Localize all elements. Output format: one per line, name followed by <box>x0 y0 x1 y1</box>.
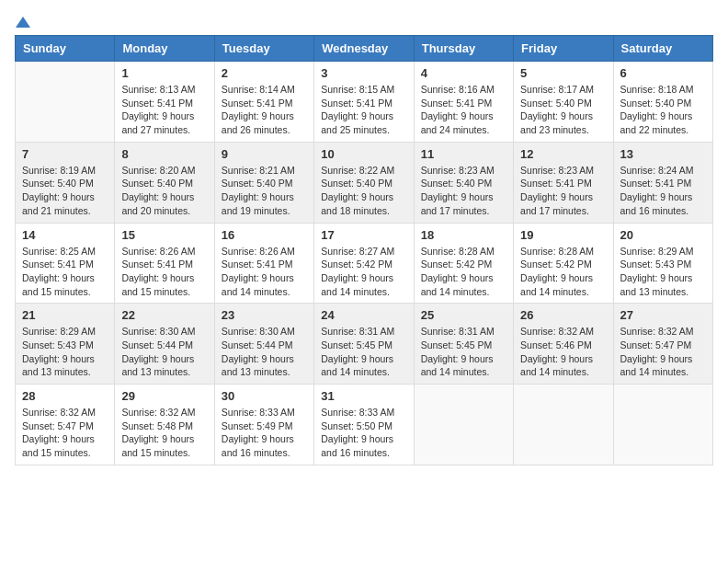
day-info: Sunrise: 8:33 AM Sunset: 5:50 PM Dayligh… <box>321 406 406 460</box>
day-number: 20 <box>620 228 706 242</box>
calendar-day-cell: 25Sunrise: 8:31 AM Sunset: 5:45 PM Dayli… <box>414 304 513 385</box>
day-number: 4 <box>421 66 506 80</box>
day-info: Sunrise: 8:15 AM Sunset: 5:41 PM Dayligh… <box>321 83 406 137</box>
svg-marker-0 <box>16 17 30 28</box>
calendar-day-cell: 31Sunrise: 8:33 AM Sunset: 5:50 PM Dayli… <box>314 385 414 465</box>
day-info: Sunrise: 8:16 AM Sunset: 5:41 PM Dayligh… <box>421 83 506 137</box>
day-info: Sunrise: 8:32 AM Sunset: 5:48 PM Dayligh… <box>121 406 207 460</box>
calendar-week-row: 28Sunrise: 8:32 AM Sunset: 5:47 PM Dayli… <box>16 385 713 465</box>
calendar-day-cell: 30Sunrise: 8:33 AM Sunset: 5:49 PM Dayli… <box>214 385 313 465</box>
calendar-day-cell: 10Sunrise: 8:22 AM Sunset: 5:40 PM Dayli… <box>314 142 414 223</box>
weekday-header-saturday: Saturday <box>613 36 712 62</box>
calendar-day-cell: 8Sunrise: 8:20 AM Sunset: 5:40 PM Daylig… <box>115 142 214 223</box>
weekday-header-tuesday: Tuesday <box>214 36 313 62</box>
weekday-header-friday: Friday <box>514 36 613 62</box>
day-number: 18 <box>421 228 506 242</box>
day-info: Sunrise: 8:29 AM Sunset: 5:43 PM Dayligh… <box>620 245 706 299</box>
weekday-header-wednesday: Wednesday <box>314 36 414 62</box>
day-info: Sunrise: 8:26 AM Sunset: 5:41 PM Dayligh… <box>121 245 207 299</box>
day-number: 11 <box>421 147 506 161</box>
day-number: 5 <box>520 66 606 80</box>
day-info: Sunrise: 8:28 AM Sunset: 5:42 PM Dayligh… <box>421 245 506 299</box>
day-number: 10 <box>321 147 406 161</box>
day-info: Sunrise: 8:33 AM Sunset: 5:49 PM Dayligh… <box>222 406 307 460</box>
logo <box>15 15 30 26</box>
day-info: Sunrise: 8:30 AM Sunset: 5:44 PM Dayligh… <box>222 325 307 379</box>
day-info: Sunrise: 8:28 AM Sunset: 5:42 PM Dayligh… <box>520 245 606 299</box>
calendar-day-cell: 28Sunrise: 8:32 AM Sunset: 5:47 PM Dayli… <box>16 385 115 465</box>
calendar-day-cell: 24Sunrise: 8:31 AM Sunset: 5:45 PM Dayli… <box>314 304 414 385</box>
day-number: 31 <box>321 389 406 403</box>
calendar-day-cell: 2Sunrise: 8:14 AM Sunset: 5:41 PM Daylig… <box>214 62 313 143</box>
day-info: Sunrise: 8:24 AM Sunset: 5:41 PM Dayligh… <box>620 164 706 218</box>
day-info: Sunrise: 8:32 AM Sunset: 5:46 PM Dayligh… <box>520 325 606 379</box>
calendar-day-cell: 16Sunrise: 8:26 AM Sunset: 5:41 PM Dayli… <box>214 223 313 304</box>
day-info: Sunrise: 8:27 AM Sunset: 5:42 PM Dayligh… <box>321 245 406 299</box>
day-info: Sunrise: 8:13 AM Sunset: 5:41 PM Dayligh… <box>121 83 207 137</box>
calendar-day-cell: 13Sunrise: 8:24 AM Sunset: 5:41 PM Dayli… <box>613 142 712 223</box>
day-info: Sunrise: 8:21 AM Sunset: 5:40 PM Dayligh… <box>222 164 307 218</box>
day-number: 2 <box>222 66 307 80</box>
calendar-day-cell: 26Sunrise: 8:32 AM Sunset: 5:46 PM Dayli… <box>514 304 613 385</box>
day-info: Sunrise: 8:32 AM Sunset: 5:47 PM Dayligh… <box>620 325 706 379</box>
calendar-day-cell: 12Sunrise: 8:23 AM Sunset: 5:41 PM Dayli… <box>514 142 613 223</box>
logo-bird-icon <box>16 15 30 29</box>
day-info: Sunrise: 8:31 AM Sunset: 5:45 PM Dayligh… <box>321 325 406 379</box>
day-number: 30 <box>222 389 307 403</box>
day-info: Sunrise: 8:29 AM Sunset: 5:43 PM Dayligh… <box>22 325 108 379</box>
calendar-day-cell: 6Sunrise: 8:18 AM Sunset: 5:40 PM Daylig… <box>613 62 712 143</box>
calendar-day-cell: 15Sunrise: 8:26 AM Sunset: 5:41 PM Dayli… <box>115 223 214 304</box>
day-info: Sunrise: 8:20 AM Sunset: 5:40 PM Dayligh… <box>121 164 207 218</box>
weekday-header-monday: Monday <box>115 36 214 62</box>
day-number: 22 <box>121 308 207 322</box>
calendar-table: SundayMondayTuesdayWednesdayThursdayFrid… <box>15 35 713 465</box>
calendar-day-cell: 7Sunrise: 8:19 AM Sunset: 5:40 PM Daylig… <box>16 142 115 223</box>
day-number: 28 <box>22 389 108 403</box>
day-number: 16 <box>222 228 307 242</box>
calendar-day-cell: 3Sunrise: 8:15 AM Sunset: 5:41 PM Daylig… <box>314 62 414 143</box>
day-info: Sunrise: 8:31 AM Sunset: 5:45 PM Dayligh… <box>421 325 506 379</box>
day-number: 26 <box>520 308 606 322</box>
calendar-day-cell <box>514 385 613 465</box>
day-info: Sunrise: 8:23 AM Sunset: 5:41 PM Dayligh… <box>520 164 606 218</box>
day-number: 29 <box>121 389 207 403</box>
day-number: 7 <box>22 147 108 161</box>
calendar-day-cell: 22Sunrise: 8:30 AM Sunset: 5:44 PM Dayli… <box>115 304 214 385</box>
calendar-week-row: 1Sunrise: 8:13 AM Sunset: 5:41 PM Daylig… <box>16 62 713 143</box>
day-number: 27 <box>620 308 706 322</box>
day-number: 24 <box>321 308 406 322</box>
day-number: 14 <box>22 228 108 242</box>
day-number: 23 <box>222 308 307 322</box>
day-number: 17 <box>321 228 406 242</box>
day-info: Sunrise: 8:26 AM Sunset: 5:41 PM Dayligh… <box>222 245 307 299</box>
calendar-day-cell: 4Sunrise: 8:16 AM Sunset: 5:41 PM Daylig… <box>414 62 513 143</box>
day-number: 6 <box>620 66 706 80</box>
day-info: Sunrise: 8:18 AM Sunset: 5:40 PM Dayligh… <box>620 83 706 137</box>
calendar-week-row: 21Sunrise: 8:29 AM Sunset: 5:43 PM Dayli… <box>16 304 713 385</box>
calendar-day-cell: 20Sunrise: 8:29 AM Sunset: 5:43 PM Dayli… <box>613 223 712 304</box>
day-number: 19 <box>520 228 606 242</box>
day-number: 8 <box>121 147 207 161</box>
calendar-day-cell: 27Sunrise: 8:32 AM Sunset: 5:47 PM Dayli… <box>613 304 712 385</box>
calendar-day-cell: 18Sunrise: 8:28 AM Sunset: 5:42 PM Dayli… <box>414 223 513 304</box>
day-number: 13 <box>620 147 706 161</box>
day-number: 25 <box>421 308 506 322</box>
day-number: 9 <box>222 147 307 161</box>
day-number: 12 <box>520 147 606 161</box>
calendar-day-cell <box>414 385 513 465</box>
day-info: Sunrise: 8:30 AM Sunset: 5:44 PM Dayligh… <box>121 325 207 379</box>
day-info: Sunrise: 8:22 AM Sunset: 5:40 PM Dayligh… <box>321 164 406 218</box>
calendar-day-cell: 1Sunrise: 8:13 AM Sunset: 5:41 PM Daylig… <box>115 62 214 143</box>
calendar-day-cell: 29Sunrise: 8:32 AM Sunset: 5:48 PM Dayli… <box>115 385 214 465</box>
day-info: Sunrise: 8:32 AM Sunset: 5:47 PM Dayligh… <box>22 406 108 460</box>
calendar-header-row: SundayMondayTuesdayWednesdayThursdayFrid… <box>16 36 713 62</box>
page-header <box>15 15 713 26</box>
day-info: Sunrise: 8:14 AM Sunset: 5:41 PM Dayligh… <box>222 83 307 137</box>
calendar-day-cell: 17Sunrise: 8:27 AM Sunset: 5:42 PM Dayli… <box>314 223 414 304</box>
calendar-day-cell: 14Sunrise: 8:25 AM Sunset: 5:41 PM Dayli… <box>16 223 115 304</box>
calendar-day-cell: 5Sunrise: 8:17 AM Sunset: 5:40 PM Daylig… <box>514 62 613 143</box>
day-info: Sunrise: 8:25 AM Sunset: 5:41 PM Dayligh… <box>22 245 108 299</box>
day-number: 3 <box>321 66 406 80</box>
calendar-day-cell <box>16 62 115 143</box>
day-number: 21 <box>22 308 108 322</box>
